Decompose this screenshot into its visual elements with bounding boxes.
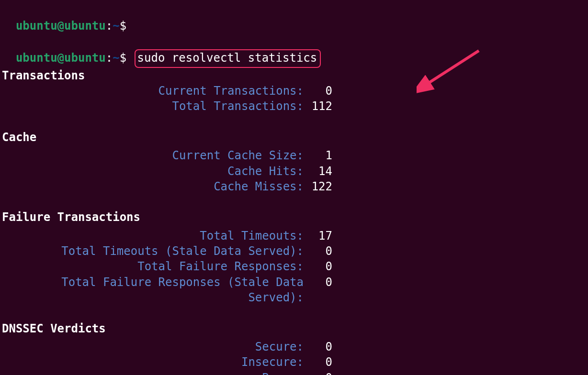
stat-row: Insecure:0	[2, 354, 586, 370]
stat-label: Total Timeouts:	[2, 228, 304, 243]
stat-row: Total Timeouts (Stale Data Served):0	[2, 243, 586, 259]
stat-row: Cache Misses:122	[2, 179, 586, 194]
prompt-line-2: ubuntu@ubuntu:~$ sudo resolvectl statist…	[2, 34, 586, 68]
stat-label: Bogus:	[2, 370, 304, 375]
command-text: sudo resolvectl statistics	[137, 51, 317, 65]
prompt-line-1: ubuntu@ubuntu:~$	[2, 3, 586, 34]
stat-value: 0	[304, 339, 332, 354]
stat-value: 122	[304, 179, 332, 194]
stat-row: Total Timeouts:17	[2, 228, 586, 243]
stat-label: Cache Hits:	[2, 164, 304, 179]
prompt-dollar: $	[120, 19, 126, 33]
stat-value: 0	[304, 243, 332, 259]
stat-row: Current Cache Size:1	[2, 148, 586, 163]
stat-value: 0	[304, 275, 332, 306]
stat-row: Bogus:0	[2, 370, 586, 375]
prompt-user: ubuntu@ubuntu	[16, 51, 106, 65]
prompt-dollar: $	[120, 51, 126, 65]
stat-row: Secure:0	[2, 339, 586, 354]
stat-value: 17	[304, 228, 332, 243]
section-failure-title: Failure Transactions	[2, 210, 586, 225]
stat-value: 14	[304, 164, 332, 179]
prompt-sep: :	[106, 51, 113, 65]
stat-value: 0	[304, 83, 332, 99]
stat-row: Current Transactions:0	[2, 83, 586, 99]
prompt-tilde: ~	[113, 51, 119, 65]
stat-row: Total Failure Responses (Stale Data Serv…	[2, 275, 586, 306]
stat-label: Current Cache Size:	[2, 148, 304, 163]
stat-label: Total Failure Responses (Stale Data Serv…	[2, 275, 304, 306]
stat-value: 112	[304, 99, 332, 114]
section-transactions-title: Transactions	[2, 68, 586, 83]
stat-value: 0	[304, 370, 332, 375]
stat-label: Insecure:	[2, 354, 304, 370]
prompt-tilde: ~	[113, 19, 119, 33]
stat-row: Total Transactions:112	[2, 99, 586, 114]
stat-value: 1	[304, 148, 332, 163]
stat-value: 0	[304, 259, 332, 274]
stat-label: Cache Misses:	[2, 179, 304, 194]
stat-label: Current Transactions:	[2, 83, 304, 99]
stat-label: Total Failure Responses:	[2, 259, 304, 274]
stat-row: Total Failure Responses:0	[2, 259, 586, 274]
command-highlight-box: sudo resolvectl statistics	[135, 49, 321, 67]
stat-value: 0	[304, 354, 332, 370]
stat-label: Total Transactions:	[2, 99, 304, 114]
stat-label: Secure:	[2, 339, 304, 354]
prompt-user: ubuntu@ubuntu	[16, 19, 106, 33]
prompt-sep: :	[106, 19, 113, 33]
stat-row: Cache Hits:14	[2, 164, 586, 179]
section-cache-title: Cache	[2, 130, 586, 145]
section-dnssec-title: DNSSEC Verdicts	[2, 321, 586, 336]
stat-label: Total Timeouts (Stale Data Served):	[2, 243, 304, 259]
